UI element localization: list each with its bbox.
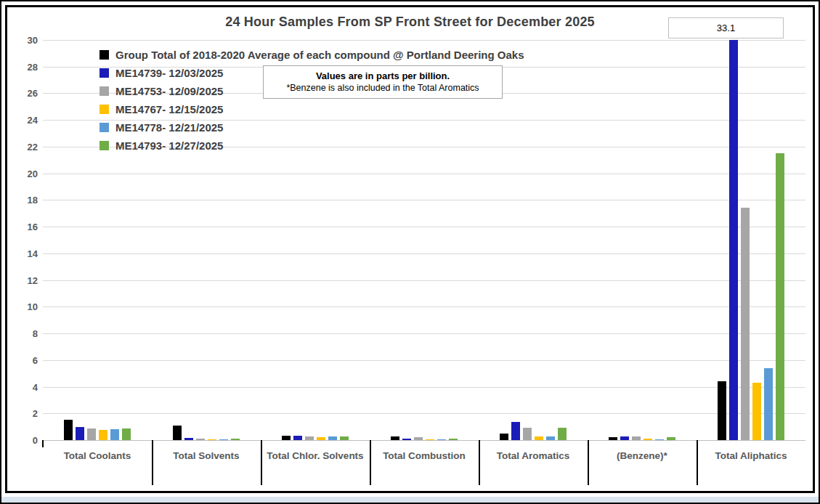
- bar[interactable]: [282, 436, 291, 440]
- bar[interactable]: [729, 40, 738, 440]
- x-category-label: Total Solvents: [152, 450, 261, 465]
- bar[interactable]: [219, 439, 228, 440]
- y-axis-labels: 024681012141618202224262830: [7, 40, 38, 440]
- bar[interactable]: [644, 439, 652, 440]
- y-tick-label-12: 12: [7, 275, 38, 285]
- bottom-margin-strip: [1, 497, 819, 503]
- legend-label: ME14739- 12/03/2025: [115, 67, 223, 79]
- y-tick-label-20: 20: [7, 168, 38, 179]
- y-tick-label-14: 14: [7, 248, 38, 259]
- bar[interactable]: [511, 422, 520, 440]
- legend-label: ME14778- 12/21/2025: [115, 121, 223, 134]
- bar[interactable]: [764, 368, 773, 440]
- legend-label: ME14753- 12/09/2025: [115, 85, 223, 97]
- bar[interactable]: [437, 439, 446, 440]
- legend-label: Group Total of 2018-2020 Average of each…: [115, 49, 524, 61]
- y-tick-label-28: 28: [7, 61, 38, 72]
- bar[interactable]: [122, 428, 131, 440]
- legend-item-0[interactable]: Group Total of 2018-2020 Average of each…: [100, 46, 524, 64]
- bar[interactable]: [535, 436, 543, 440]
- bar[interactable]: [449, 439, 458, 440]
- bar[interactable]: [632, 436, 641, 440]
- bar[interactable]: [317, 437, 325, 440]
- legend-swatch-icon: [100, 50, 109, 60]
- bar[interactable]: [655, 439, 664, 440]
- bar[interactable]: [231, 439, 240, 440]
- bar[interactable]: [741, 208, 750, 440]
- y-tick-label-22: 22: [7, 141, 38, 152]
- y-tick-label-10: 10: [7, 301, 38, 312]
- bar[interactable]: [391, 436, 399, 440]
- bar[interactable]: [76, 427, 84, 440]
- bar[interactable]: [305, 436, 314, 440]
- legend-swatch-icon: [100, 123, 109, 132]
- bar[interactable]: [546, 436, 555, 441]
- bar[interactable]: [184, 438, 193, 440]
- bar[interactable]: [340, 436, 349, 440]
- y-tick-label-0: 0: [7, 435, 38, 446]
- x-category-label: Total Combustion: [370, 450, 479, 465]
- bar[interactable]: [402, 439, 411, 440]
- bar[interactable]: [752, 383, 761, 440]
- x-category-label: Total Chlor. Solvents: [261, 450, 370, 465]
- x-category-label: (Benzene)*: [588, 450, 697, 465]
- bar[interactable]: [609, 437, 617, 440]
- bar[interactable]: [173, 426, 182, 440]
- bar[interactable]: [426, 439, 434, 440]
- bar[interactable]: [328, 436, 337, 440]
- note-box[interactable]: Values are in parts per billion. *Benzen…: [263, 65, 503, 99]
- bar[interactable]: [718, 381, 726, 440]
- bar[interactable]: [87, 428, 96, 440]
- bar[interactable]: [558, 428, 567, 440]
- chart-legend: Group Total of 2018-2020 Average of each…: [100, 46, 524, 155]
- clipped-bar-value-callout[interactable]: 33.1: [668, 17, 784, 38]
- y-tick-label-4: 4: [7, 381, 38, 392]
- legend-label: ME14767- 12/15/2025: [115, 103, 223, 115]
- x-category-label: Total Aromatics: [479, 450, 588, 465]
- legend-item-4[interactable]: ME14778- 12/21/2025: [100, 118, 524, 137]
- bar[interactable]: [523, 428, 532, 440]
- y-tick-label-30: 30: [7, 35, 38, 46]
- legend-item-3[interactable]: ME14767- 12/15/2025: [100, 100, 524, 118]
- x-axis-line: [43, 440, 805, 441]
- chart-window: 24 Hour Samples From SP Front Street for…: [0, 0, 820, 504]
- bar-group-6: [697, 40, 805, 440]
- y-tick-label-18: 18: [7, 195, 38, 206]
- category-divider: [370, 440, 371, 485]
- category-divider: [588, 440, 589, 485]
- legend-item-5[interactable]: ME14793- 12/27/2025: [100, 137, 524, 155]
- bar-group-5: [588, 40, 697, 440]
- bar[interactable]: [110, 429, 119, 440]
- legend-label: ME14793- 12/27/2025: [115, 139, 223, 152]
- bar-chart: 24 Hour Samples From SP Front Street for…: [5, 5, 815, 493]
- bar[interactable]: [196, 439, 205, 440]
- y-tick-label-2: 2: [7, 408, 38, 419]
- category-divider: [697, 440, 698, 485]
- bar[interactable]: [776, 153, 784, 440]
- category-divider: [152, 440, 153, 485]
- note-line-1: Values are in parts per billion.: [264, 70, 502, 81]
- bar[interactable]: [293, 436, 302, 440]
- bar[interactable]: [64, 420, 73, 440]
- legend-swatch-icon: [100, 105, 109, 114]
- category-divider: [261, 440, 262, 485]
- legend-swatch-icon: [100, 141, 109, 150]
- y-tick-label-26: 26: [7, 88, 38, 99]
- bar[interactable]: [208, 439, 216, 440]
- bar[interactable]: [667, 437, 675, 440]
- bar[interactable]: [500, 434, 508, 440]
- clipped-bar-value: 33.1: [717, 23, 735, 33]
- legend-swatch-icon: [100, 68, 109, 78]
- note-line-2: *Benzene is also included in the Total A…: [264, 83, 502, 93]
- y-tick-label-24: 24: [7, 115, 38, 126]
- bar[interactable]: [99, 430, 107, 440]
- legend-swatch-icon: [100, 86, 109, 96]
- bar[interactable]: [414, 437, 423, 440]
- bar[interactable]: [620, 436, 629, 441]
- category-divider: [479, 440, 480, 485]
- y-tick-label-6: 6: [7, 354, 38, 365]
- x-category-label: Total Coolants: [43, 450, 152, 465]
- x-category-label: Total Aliphatics: [697, 450, 805, 465]
- y-tick-label-8: 8: [7, 328, 38, 339]
- y-tick-label-16: 16: [7, 221, 38, 232]
